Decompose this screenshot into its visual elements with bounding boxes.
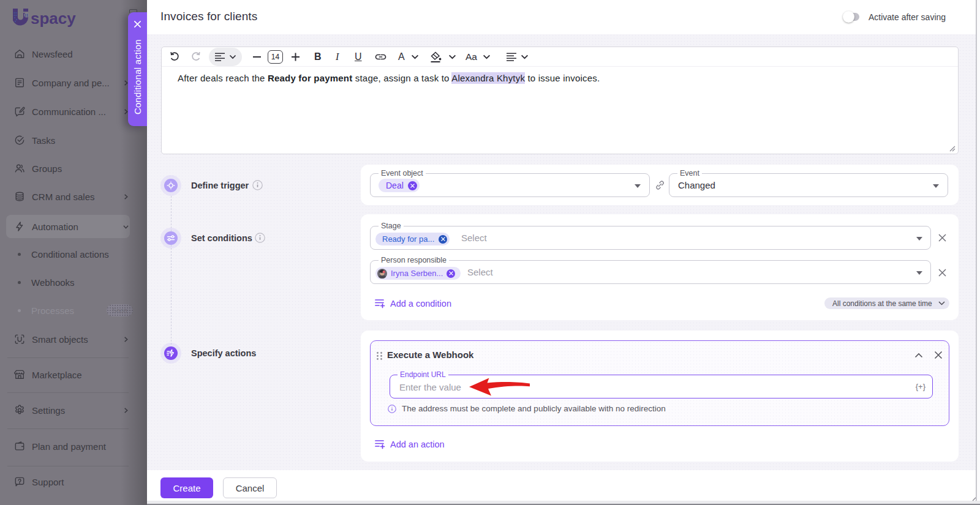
svg-text:spacy: spacy bbox=[31, 9, 76, 28]
